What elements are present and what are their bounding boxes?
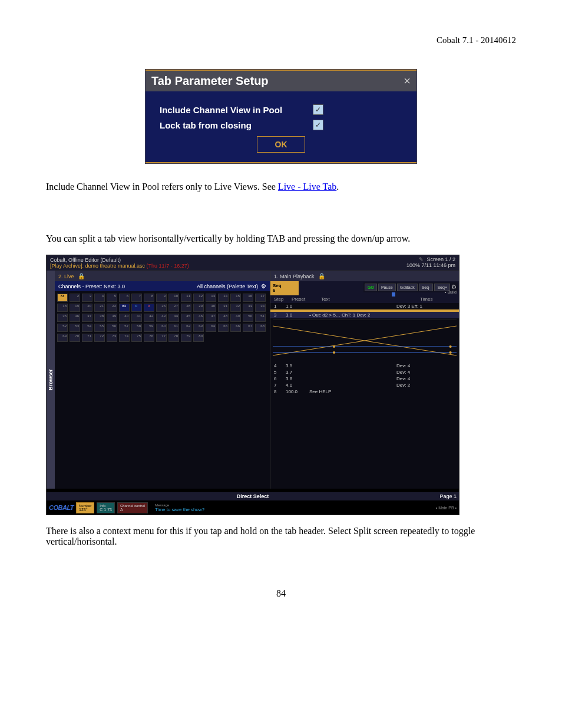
channel-cell[interactable]: 15 bbox=[230, 294, 241, 302]
channel-cell[interactable]: 3 bbox=[82, 294, 92, 302]
channel-cell[interactable]: 9 bbox=[156, 294, 167, 302]
channel-cell[interactable]: 57 bbox=[119, 324, 130, 332]
channel-cell[interactable]: 13 bbox=[206, 294, 216, 302]
channel-cell[interactable]: 10 bbox=[168, 294, 179, 302]
channel-cell[interactable]: 7 bbox=[131, 294, 142, 302]
channel-cell[interactable]: 47 bbox=[206, 314, 216, 322]
channel-cell[interactable]: 73 bbox=[57, 294, 68, 302]
live-tab-link[interactable]: Live - Live Tab bbox=[278, 182, 336, 192]
channel-cell[interactable]: 63 bbox=[193, 324, 204, 332]
channel-cell[interactable]: 26 bbox=[156, 304, 167, 312]
channel-cell[interactable]: 14 bbox=[218, 294, 229, 302]
channel-cell[interactable]: 44 bbox=[168, 314, 179, 322]
channel-cell[interactable]: 56 bbox=[107, 324, 117, 332]
channel-cell[interactable]: 76 bbox=[144, 334, 154, 342]
cue-row[interactable]: 74.0Dev: 2 bbox=[270, 382, 459, 388]
footer-info[interactable]: Info C 1 73 bbox=[97, 502, 115, 513]
channel-cell[interactable]: 75 bbox=[131, 334, 142, 342]
channel-cell[interactable]: 62 bbox=[181, 324, 191, 332]
channel-cell[interactable]: 53 bbox=[70, 324, 80, 332]
channel-cell[interactable]: 55 bbox=[94, 324, 105, 332]
channel-cell[interactable]: 17 bbox=[255, 294, 266, 302]
channel-cell[interactable]: 28 bbox=[181, 304, 191, 312]
channel-cell[interactable]: 8 bbox=[144, 294, 154, 302]
cue-row[interactable]: 53.7Dev: 4 bbox=[270, 369, 459, 375]
channel-cell[interactable]: 2 bbox=[70, 294, 80, 302]
channel-cell[interactable]: 32 bbox=[230, 304, 241, 312]
channel-cell[interactable]: 61 bbox=[168, 324, 179, 332]
channel-cell[interactable]: 34 bbox=[255, 304, 266, 312]
cue-row[interactable]: 33.0• Out: d2 > 5… ChT: 1 Dev: 2 bbox=[270, 312, 459, 318]
channel-cell[interactable]: 65 bbox=[218, 324, 229, 332]
channel-cell[interactable]: 72 bbox=[94, 334, 105, 342]
include-channel-checkbox[interactable]: ✓ bbox=[313, 104, 323, 115]
channel-cell[interactable]: 5 bbox=[107, 294, 117, 302]
channel-cell[interactable]: 67 bbox=[243, 324, 253, 332]
channel-cell[interactable]: 64 bbox=[206, 324, 216, 332]
channel-cell[interactable]: 39 bbox=[107, 314, 117, 322]
cue-row[interactable]: 8100.0See HELP bbox=[270, 388, 459, 395]
channel-cell[interactable]: 27 bbox=[168, 304, 179, 312]
channel-cell[interactable]: 66 bbox=[230, 324, 241, 332]
channel-cell[interactable]: 71 bbox=[82, 334, 92, 342]
channel-cell[interactable]: 50 bbox=[243, 314, 253, 322]
channel-cell[interactable]: 68 bbox=[255, 324, 266, 332]
lock-tab-checkbox[interactable]: ✓ bbox=[313, 120, 323, 130]
channel-cell[interactable]: 77 bbox=[156, 334, 167, 342]
channel-cell[interactable]: 60 bbox=[156, 324, 167, 332]
channel-cell[interactable]: 33 bbox=[243, 304, 253, 312]
channel-cell[interactable]: 45 bbox=[181, 314, 191, 322]
channel-cell[interactable]: 31 bbox=[218, 304, 229, 312]
tab-main-playback[interactable]: 1. Main Playback 🔒 bbox=[270, 271, 459, 281]
channel-cell[interactable]: 73 bbox=[107, 334, 117, 342]
channel-cell[interactable]: 0 bbox=[131, 304, 142, 312]
tab-live[interactable]: 2. Live 🔒 bbox=[55, 271, 270, 281]
ok-button[interactable]: OK bbox=[257, 136, 305, 153]
cue-row[interactable]: 11.0Dev: 3 Eff: 1 bbox=[270, 303, 459, 309]
close-icon[interactable]: × bbox=[404, 74, 411, 88]
channel-cell[interactable]: 37 bbox=[82, 314, 92, 322]
channel-cell[interactable]: 18 bbox=[57, 304, 68, 312]
channel-cell[interactable]: 46 bbox=[193, 314, 204, 322]
direct-select-bar[interactable]: Direct Select Page 1 bbox=[47, 492, 459, 500]
channel-cell[interactable]: 79 bbox=[181, 334, 191, 342]
channel-cell[interactable]: 38 bbox=[94, 314, 105, 322]
channel-cell[interactable]: 48 bbox=[218, 314, 229, 322]
go-button[interactable]: GO bbox=[365, 284, 377, 291]
seq-label[interactable]: Seq 6 bbox=[270, 281, 299, 295]
channel-cell[interactable]: 21 bbox=[94, 304, 105, 312]
channel-cell[interactable]: 58 bbox=[131, 324, 142, 332]
channel-cell[interactable]: 42 bbox=[144, 314, 154, 322]
channel-cell[interactable]: 36 bbox=[70, 314, 80, 322]
channel-cell[interactable]: 12 bbox=[193, 294, 204, 302]
channel-cell[interactable]: 35 bbox=[57, 314, 68, 322]
channel-cell[interactable]: 16 bbox=[243, 294, 253, 302]
channel-cell[interactable]: 54 bbox=[82, 324, 92, 332]
pause-button[interactable]: Pause bbox=[378, 284, 396, 291]
channel-cell[interactable]: 19 bbox=[70, 304, 80, 312]
channel-cell[interactable]: 51 bbox=[255, 314, 266, 322]
channel-cell[interactable]: 80 bbox=[193, 334, 204, 342]
seq-minus-button[interactable]: Seq- bbox=[419, 284, 434, 291]
channel-cell[interactable]: 0 bbox=[144, 304, 154, 312]
channel-cell[interactable]: 6 bbox=[119, 294, 130, 302]
channel-cell[interactable]: 4 bbox=[94, 294, 105, 302]
goback-button[interactable]: GoBack bbox=[397, 284, 418, 291]
cue-row[interactable]: 43.5Dev: 4 bbox=[270, 363, 459, 369]
channel-cell[interactable]: 30 bbox=[206, 304, 216, 312]
channel-cell[interactable]: 70 bbox=[70, 334, 80, 342]
channel-cell[interactable]: 74 bbox=[119, 334, 130, 342]
channel-cell[interactable]: 83 bbox=[119, 304, 130, 312]
channel-cell[interactable]: 22 bbox=[107, 304, 117, 312]
browser-sidebar[interactable]: Browser bbox=[47, 271, 55, 489]
channel-cell[interactable]: 40 bbox=[119, 314, 130, 322]
cue-row[interactable]: 63.8Dev: 4 bbox=[270, 375, 459, 382]
channel-cell[interactable]: 69 bbox=[57, 334, 68, 342]
channel-cell[interactable]: 29 bbox=[193, 304, 204, 312]
channel-cell[interactable]: 43 bbox=[156, 314, 167, 322]
channel-cell[interactable]: 49 bbox=[230, 314, 241, 322]
channel-cell[interactable]: 11 bbox=[181, 294, 191, 302]
channel-cell[interactable]: 78 bbox=[168, 334, 179, 342]
footer-channel-control[interactable]: Channel control A bbox=[117, 502, 148, 513]
channel-cell[interactable]: 41 bbox=[131, 314, 142, 322]
